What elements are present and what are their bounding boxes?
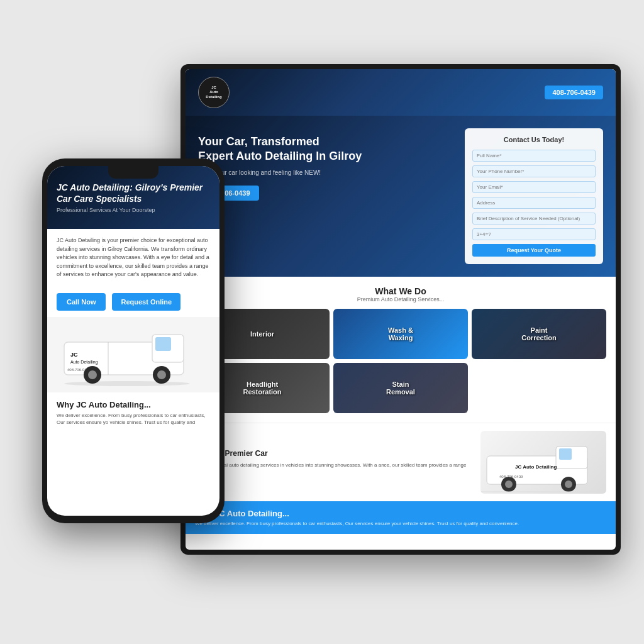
service-label-wash: Wash &Waxing <box>388 326 413 341</box>
premier-desc: for exceptional auto detailing services … <box>195 462 471 475</box>
mobile-hero-title: JC Auto Detailing: Gilroy's Premier Car … <box>57 182 210 204</box>
svg-point-4 <box>505 480 513 488</box>
contact-form: Contact Us Today! Request Your Quote <box>465 128 603 264</box>
mobile-why-text: We deliver excellence. From busy profess… <box>57 412 210 426</box>
service-label-headlight: HeadlightRestoration <box>243 380 281 396</box>
email-input[interactable] <box>472 181 596 193</box>
svg-rect-12 <box>155 337 171 351</box>
svg-text:JC: JC <box>70 352 78 358</box>
svg-text:Auto Detailing: Auto Detailing <box>70 360 98 365</box>
service-card-paint[interactable]: PaintCorrection <box>472 309 606 359</box>
mobile-screen: JC Auto Detailing: Gilroy's Premier Car … <box>47 166 219 516</box>
scene: JCAutoDetailing 408-706-0439 Your Car, T… <box>23 33 621 611</box>
why-desc-desktop: We deliver excellence. From busy profess… <box>195 521 606 526</box>
hero-subtitle: Keep your car looking and feeling like N… <box>198 169 465 176</box>
services-subtitle: Premium Auto Detailing Services... <box>195 296 606 303</box>
captcha-input[interactable] <box>472 228 596 240</box>
service-label-stain: StainRemoval <box>386 380 415 396</box>
svg-point-6 <box>565 480 572 488</box>
svg-point-18 <box>88 370 97 379</box>
svg-point-21 <box>64 381 190 386</box>
site-hero: Your Car, TransformedExpert Auto Detaili… <box>186 116 616 277</box>
desktop-screen: JCAutoDetailing 408-706-0439 Your Car, T… <box>186 69 616 550</box>
services-section: What We Do Premium Auto Detailing Servic… <box>186 277 616 423</box>
mobile-content: JC Auto Detailing: Gilroy's Premier Car … <box>47 166 219 516</box>
site-header: JCAutoDetailing 408-706-0439 <box>186 69 616 116</box>
mobile-why-title: Why JC Auto Detailing... <box>57 400 210 409</box>
why-title-desktop: Why JC Auto Detailing... <box>195 509 606 518</box>
mobile-notch <box>108 166 158 179</box>
site-logo: JCAutoDetailing <box>198 77 230 108</box>
service-label-paint: PaintCorrection <box>521 326 557 341</box>
premier-section: Gilroy's Premier Car for exceptional aut… <box>186 423 616 501</box>
full-name-input[interactable] <box>472 150 596 162</box>
mobile-van-section: JC Auto Detailing 408-706-0439 <box>47 317 219 392</box>
services-grid: Interior Wash &Waxing PaintCorrection He… <box>195 309 606 413</box>
service-label-interior: Interior <box>250 330 274 338</box>
hero-text: Your Car, TransformedExpert Auto Detaili… <box>198 128 465 201</box>
mobile-hero-subtitle: Professional Services At Your Doorstep <box>57 207 210 213</box>
service-card-stain[interactable]: StainRemoval <box>333 363 468 413</box>
call-now-button[interactable]: Call Now <box>57 293 106 311</box>
mobile-hero-title-text: JC Auto Detailing: Gilroy's Premier Car … <box>57 182 203 204</box>
services-title: What We Do <box>195 286 606 296</box>
desktop-mockup: JCAutoDetailing 408-706-0439 Your Car, T… <box>180 64 621 555</box>
service-card-wash[interactable]: Wash &Waxing <box>333 309 468 359</box>
contact-form-title: Contact Us Today! <box>472 136 596 143</box>
why-section-desktop: Why JC Auto Detailing... We deliver exce… <box>186 501 616 534</box>
van-svg-desktop: JC Auto Detailing 408-706-0439 <box>480 431 606 494</box>
svg-point-20 <box>157 370 166 379</box>
svg-rect-2 <box>559 448 572 460</box>
premier-title: Gilroy's Premier Car <box>195 449 471 458</box>
mobile-description: JC Auto Detailing is your premier choice… <box>47 229 219 287</box>
mobile-why-section: Why JC Auto Detailing... We deliver exce… <box>47 392 219 433</box>
van-image-desktop: JC Auto Detailing 408-706-0439 <box>480 431 606 494</box>
van-svg-mobile: JC Auto Detailing 408-706-0439 <box>58 323 209 386</box>
premier-text: Gilroy's Premier Car for exceptional aut… <box>195 449 471 475</box>
submit-button[interactable]: Request Your Quote <box>472 244 596 257</box>
request-online-button[interactable]: Request Online <box>112 293 180 311</box>
description-input[interactable] <box>472 213 596 225</box>
hero-title: Your Car, TransformedExpert Auto Detaili… <box>198 135 465 164</box>
address-input[interactable] <box>472 197 596 209</box>
mobile-mockup: JC Auto Detailing: Gilroy's Premier Car … <box>42 158 225 523</box>
desktop-phone-badge[interactable]: 408-706-0439 <box>545 86 603 99</box>
mobile-buttons: Call Now Request Online <box>47 287 219 317</box>
phone-input[interactable] <box>472 165 596 177</box>
svg-text:408-706-0439: 408-706-0439 <box>499 475 523 479</box>
svg-text:JC Auto Detailing: JC Auto Detailing <box>515 464 557 470</box>
